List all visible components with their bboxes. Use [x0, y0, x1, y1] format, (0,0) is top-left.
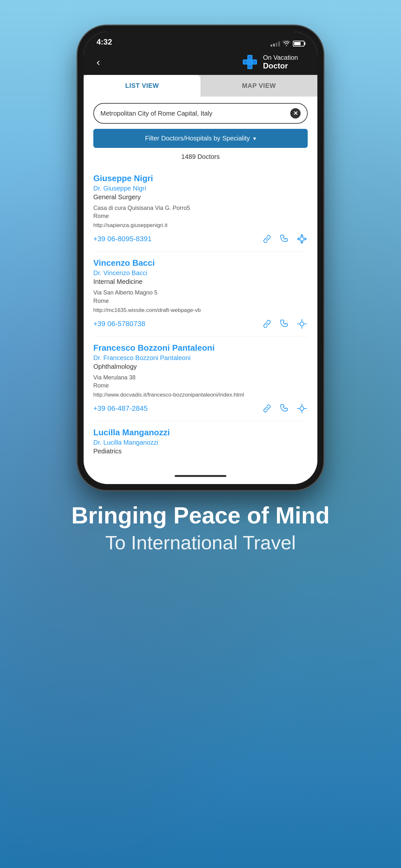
- logo-area: On Vacation Doctor: [242, 54, 298, 71]
- status-time: 4:32: [96, 37, 112, 46]
- doctor-name[interactable]: Francesco Bozzoni Pantaleoni: [93, 343, 308, 353]
- status-icons: [271, 41, 305, 46]
- doctor-card: Francesco Bozzoni Pantaleoni Dr. Frances…: [93, 337, 308, 421]
- doctor-footer: +39 06-5780738: [93, 318, 308, 330]
- doctor-address: Via Merulana 38Rome: [93, 374, 308, 390]
- doctor-address: Via San Alberto Magno 5Rome: [93, 289, 308, 305]
- doctor-footer: +39 06-8095-8391: [93, 233, 308, 245]
- tab-list-view[interactable]: LIST VIEW: [84, 75, 201, 97]
- action-icons: [261, 318, 308, 330]
- clear-search-button[interactable]: ✕: [290, 108, 301, 119]
- phone-screen: 4:32 ‹: [84, 32, 317, 484]
- doctor-specialty: Pediatrics: [93, 447, 308, 455]
- doctor-name[interactable]: Giuseppe Nigri: [93, 174, 308, 183]
- battery-icon: [293, 41, 305, 46]
- doctor-specialty: General Surgery: [93, 193, 308, 201]
- tagline-main: Bringing Peace of Mind: [71, 503, 330, 528]
- doctor-website[interactable]: http://mc1635.wixsite.com/draft-webpage-…: [93, 307, 308, 314]
- doctor-footer: +39 06-487-2845: [93, 403, 308, 414]
- svg-rect-5: [253, 61, 256, 63]
- doctor-phone[interactable]: +39 06-487-2845: [93, 404, 148, 413]
- link-icon[interactable]: [261, 233, 273, 245]
- search-input[interactable]: Metropolitan City of Rome Capital, Italy: [100, 110, 290, 117]
- directions-icon[interactable]: [296, 233, 308, 245]
- doctor-card: Lucilla Manganozzi Dr. Lucilla Manganozz…: [93, 421, 308, 461]
- filter-button[interactable]: Filter Doctors/Hospitals by Speciality ▾: [93, 129, 308, 148]
- bottom-tagline: Bringing Peace of Mind To International …: [52, 503, 349, 554]
- doctor-subtitle: Dr. Francesco Bozzoni Pantaleoni: [93, 354, 308, 362]
- app-logo-icon: [242, 54, 258, 70]
- tagline-sub: To International Travel: [71, 531, 330, 554]
- view-tabs: LIST VIEW MAP VIEW: [84, 75, 317, 97]
- home-indicator: [84, 468, 317, 484]
- phone-icon[interactable]: [279, 233, 290, 245]
- svg-rect-4: [244, 61, 247, 63]
- doctor-card: Giuseppe Nigri Dr. Giuseppe Nigri Genera…: [93, 167, 308, 252]
- action-icons: [261, 233, 308, 245]
- doctor-subtitle: Dr. Lucilla Manganozzi: [93, 439, 308, 446]
- app-header: ‹ On Vacation Doctor: [84, 49, 317, 75]
- doctor-phone[interactable]: +39 06-8095-8391: [93, 235, 151, 243]
- search-bar[interactable]: Metropolitan City of Rome Capital, Italy…: [93, 103, 308, 124]
- doctor-card: Vincenzo Bacci Dr. Vincenzo Bacci Intern…: [93, 252, 308, 336]
- link-icon[interactable]: [261, 403, 273, 414]
- action-icons: [261, 403, 308, 414]
- doctor-website[interactable]: http://www.docvadis.it/francesco-bozzoni…: [93, 392, 308, 398]
- directions-icon[interactable]: [296, 403, 308, 414]
- doctor-address: Casa di cura Quisisana Via G. Porro5Rome: [93, 204, 308, 220]
- svg-point-8: [300, 407, 304, 410]
- chevron-down-icon: ▾: [253, 135, 256, 142]
- filter-label: Filter Doctors/Hospitals by Speciality: [145, 135, 250, 142]
- doctor-name[interactable]: Lucilla Manganozzi: [93, 428, 308, 438]
- home-bar: [175, 475, 226, 477]
- svg-point-6: [300, 237, 304, 241]
- signal-icon: [271, 41, 280, 46]
- svg-point-7: [300, 322, 304, 326]
- directions-icon[interactable]: [296, 318, 308, 330]
- phone-notch: [168, 32, 233, 44]
- main-content: Metropolitan City of Rome Capital, Italy…: [84, 97, 317, 468]
- doctor-specialty: Internal Medicine: [93, 278, 308, 285]
- doctor-specialty: Ophthalmology: [93, 363, 308, 370]
- back-button[interactable]: ‹: [93, 55, 103, 70]
- phone-icon[interactable]: [279, 403, 290, 414]
- doctor-phone[interactable]: +39 06-5780738: [93, 320, 145, 328]
- doctor-website[interactable]: http://sapienza.giuseppenigri.it: [93, 222, 308, 228]
- svg-rect-3: [249, 65, 251, 68]
- tab-map-view[interactable]: MAP VIEW: [201, 75, 317, 97]
- doctor-count: 1489 Doctors: [93, 153, 308, 160]
- app-title: On Vacation Doctor: [263, 54, 298, 71]
- phone-icon[interactable]: [279, 318, 290, 330]
- phone-frame: 4:32 ‹: [78, 26, 323, 490]
- link-icon[interactable]: [261, 318, 273, 330]
- wifi-icon: [282, 41, 290, 46]
- doctor-name[interactable]: Vincenzo Bacci: [93, 258, 308, 268]
- svg-rect-2: [249, 56, 251, 59]
- doctor-subtitle: Dr. Vincenzo Bacci: [93, 269, 308, 277]
- doctor-subtitle: Dr. Giuseppe Nigri: [93, 185, 308, 192]
